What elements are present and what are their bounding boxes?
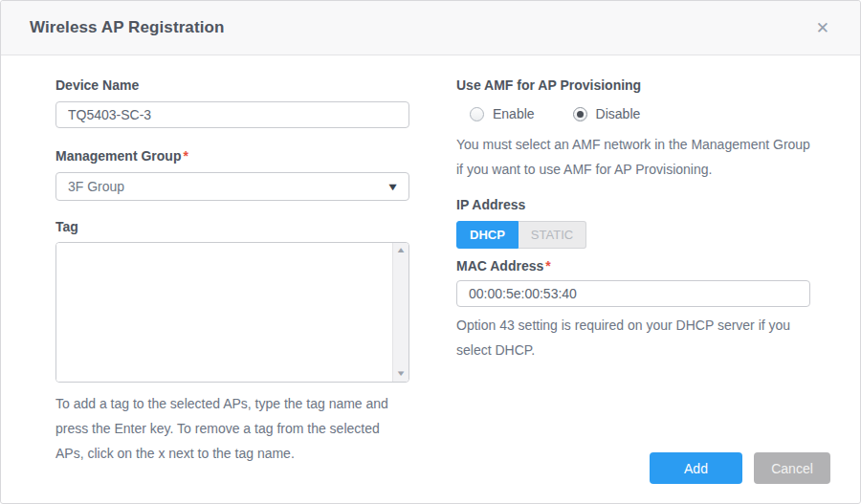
tag-label: Tag <box>55 218 409 236</box>
mac-help-text: Option 43 setting is required on your DH… <box>456 313 810 362</box>
dialog-body: Device Name Management Group* 3F Group ▼… <box>1 55 860 503</box>
close-icon[interactable]: ✕ <box>810 16 835 40</box>
required-asterisk: * <box>183 148 188 164</box>
tag-scrollbar[interactable]: ▲ ▼ <box>392 243 408 382</box>
dialog-title: Wireless AP Registration <box>30 18 224 37</box>
management-group-label-text: Management Group <box>55 148 181 164</box>
ip-address-label: IP Address <box>456 196 810 214</box>
scroll-up-icon[interactable]: ▲ <box>395 247 406 254</box>
mac-address-input[interactable] <box>456 280 810 307</box>
cancel-button[interactable]: Cancel <box>754 452 830 484</box>
left-column: Device Name Management Group* 3F Group ▼… <box>55 77 409 503</box>
tag-textarea-wrap: ▲ ▼ <box>55 242 409 383</box>
amf-help-text: You must select an AMF network in the Ma… <box>456 132 810 182</box>
device-name-label: Device Name <box>55 77 409 95</box>
device-name-input[interactable] <box>55 101 409 128</box>
management-group-select[interactable]: 3F Group ▼ <box>55 172 409 201</box>
radio-disable-icon[interactable] <box>573 107 587 121</box>
dialog-footer: Add Cancel <box>650 452 830 484</box>
static-toggle-button[interactable]: STATIC <box>519 221 586 249</box>
radio-enable-label: Enable <box>493 106 535 121</box>
radio-disable[interactable]: Disable <box>573 106 641 121</box>
management-group-selected-value: 3F Group <box>68 179 124 194</box>
amf-radio-group: Enable Disable <box>456 106 810 121</box>
mac-address-label-text: MAC Address <box>456 258 543 274</box>
amf-label: Use AMF for AP Provisioning <box>456 77 810 95</box>
tag-help-text: To add a tag to the selected APs, type t… <box>55 391 409 466</box>
radio-enable[interactable]: Enable <box>470 106 535 121</box>
dhcp-toggle-button[interactable]: DHCP <box>456 221 519 249</box>
management-group-label: Management Group* <box>55 147 409 165</box>
add-button[interactable]: Add <box>650 452 742 484</box>
ip-address-toggle-group: DHCP STATIC <box>456 221 810 249</box>
tag-textarea[interactable] <box>56 243 392 382</box>
chevron-down-icon: ▼ <box>386 181 400 192</box>
radio-disable-label: Disable <box>596 106 641 121</box>
radio-selected-dot <box>577 111 584 118</box>
right-column: Use AMF for AP Provisioning Enable Disab… <box>456 77 810 503</box>
required-asterisk: * <box>545 258 550 274</box>
scroll-down-icon[interactable]: ▼ <box>395 370 406 378</box>
dialog-header: Wireless AP Registration ✕ <box>1 1 860 55</box>
wireless-ap-registration-dialog: Wireless AP Registration ✕ Device Name M… <box>0 0 861 504</box>
mac-address-label: MAC Address* <box>456 257 810 275</box>
radio-enable-icon[interactable] <box>470 107 484 121</box>
